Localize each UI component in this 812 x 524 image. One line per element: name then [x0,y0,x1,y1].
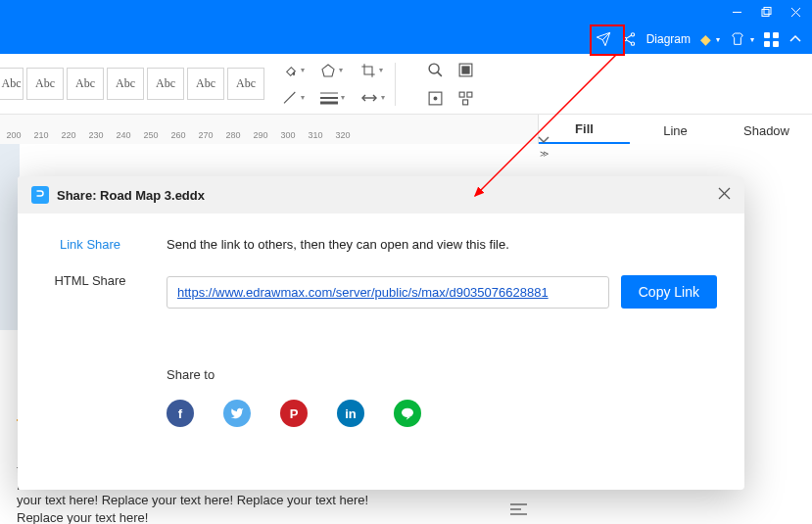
pentagon-icon[interactable]: ▾ [320,63,345,78]
maximize-button[interactable] [751,0,781,24]
social-buttons: f P in [167,400,717,427]
pinterest-icon[interactable]: P [280,400,308,427]
canvas-fragment [0,144,20,330]
svg-rect-1 [762,10,769,17]
tab-line[interactable]: Line [630,118,721,144]
crop-icon[interactable]: ▾ [360,63,385,78]
style-button[interactable]: Abc [67,68,104,100]
dialog-title: Share: Road Map 3.eddx [57,188,205,203]
linkedin-icon[interactable]: in [337,400,364,427]
svg-marker-15 [322,65,334,76]
svg-rect-12 [764,41,770,47]
focus-box-icon[interactable] [427,90,444,107]
shape-tools-group: ▾ ▾ ▾ ▾ ▾ ▾ [282,63,385,106]
dialog-nav: Link Share HTML Share [18,214,163,490]
theme-style-group: Abc Abc Abc Abc Abc Abc Abc [0,68,264,100]
copy-link-button[interactable]: Copy Link [621,275,717,309]
selection-box-icon[interactable] [457,62,474,78]
collapse-ribbon-icon[interactable] [788,32,802,46]
style-button[interactable]: Abc [147,68,184,100]
style-button[interactable]: Abc [26,68,64,100]
svg-rect-24 [462,66,469,72]
grid-icon[interactable] [764,32,779,47]
paint-bucket-icon[interactable]: ▾ [282,63,305,78]
svg-point-21 [429,64,439,73]
align-icon[interactable] [510,502,527,519]
svg-rect-11 [773,32,779,38]
dialog-description: Send the link to others, then they can o… [167,237,717,252]
facebook-icon[interactable]: f [167,400,194,427]
svg-line-16 [284,92,295,103]
svg-rect-28 [467,92,472,97]
close-button[interactable] [781,0,810,24]
app-logo-icon [31,186,49,204]
share-url-field[interactable]: https://www.edrawmax.com/server/public/s… [167,276,609,309]
highlight-annotation [590,24,625,56]
twitter-icon[interactable] [223,400,251,427]
svg-line-22 [438,71,442,75]
style-button[interactable]: Abc [187,68,224,100]
view-tools-group [427,62,474,107]
diamond-icon[interactable]: ◆▾ [700,31,720,47]
nav-link-share[interactable]: Link Share [60,237,120,252]
style-button[interactable]: Abc [0,68,24,100]
search-icon[interactable] [427,62,444,78]
svg-line-9 [626,40,631,43]
line-style-icon[interactable]: ▾ [320,91,345,105]
share-dialog: Share: Road Map 3.eddx Link Share HTML S… [18,176,744,490]
horizontal-ruler: 200 210 220 230 240 250 260 270 280 290 … [0,115,538,144]
style-button[interactable]: Abc [107,68,144,100]
dialog-header: Share: Road Map 3.eddx [18,176,744,214]
shirt-icon[interactable]: ▾ [730,31,754,47]
diagram-menu[interactable]: Diagram [646,32,691,46]
line-icon[interactable]: ▾ [282,90,305,106]
tab-shadow[interactable]: Shadow [721,118,812,144]
minimize-button[interactable] [722,0,751,24]
share-to-label: Share to [167,367,717,382]
svg-rect-27 [459,92,464,97]
svg-point-26 [434,97,437,100]
distribute-icon[interactable] [457,90,474,107]
dialog-close-button[interactable] [718,186,731,204]
svg-rect-13 [773,41,779,47]
style-button[interactable]: Abc [227,68,264,100]
svg-rect-10 [764,32,770,38]
width-icon[interactable]: ▾ [360,93,385,103]
canvas-body-text: your text here! Replace your text here! … [17,492,379,524]
right-panel-tabs: Fill Line Shadow [538,115,812,144]
svg-line-8 [626,35,631,38]
svg-rect-29 [463,99,468,104]
svg-rect-2 [764,8,771,15]
nav-html-share[interactable]: HTML Share [54,273,125,288]
svg-point-35 [402,408,413,417]
collapse-panel-icon[interactable]: ≫ [535,134,552,159]
line-icon[interactable] [394,400,421,427]
